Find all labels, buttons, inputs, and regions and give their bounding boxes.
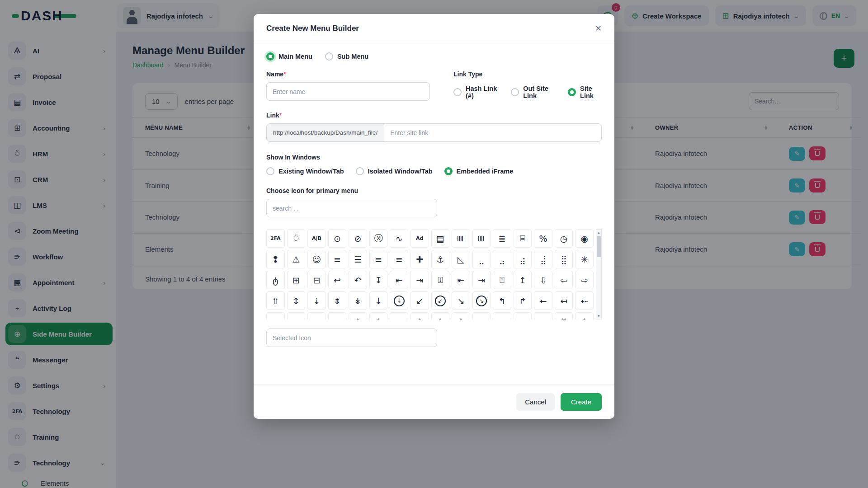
icon-option[interactable]: ტ: [266, 271, 285, 289]
icon-option[interactable]: ↘: [452, 291, 470, 310]
icon-option[interactable]: A|B: [307, 229, 326, 248]
icon-option[interactable]: ⇑: [452, 312, 470, 319]
radio-main-menu[interactable]: Main Menu: [266, 52, 312, 61]
icon-option[interactable]: ↤: [555, 291, 573, 310]
icon-option[interactable]: ↓: [390, 291, 408, 310]
name-input[interactable]: [266, 82, 430, 101]
icon-search-input[interactable]: [266, 199, 437, 217]
icon-option[interactable]: ↬: [328, 312, 347, 319]
icon-option[interactable]: ↙: [431, 291, 450, 310]
radio-embedded-iframe[interactable]: Embedded iFrame: [444, 167, 514, 175]
icon-option[interactable]: ✚: [410, 250, 429, 268]
icon-option[interactable]: ⇣: [307, 291, 326, 310]
icon-option[interactable]: ↣: [287, 312, 306, 319]
close-icon[interactable]: ✕: [595, 23, 602, 33]
icon-option[interactable]: ⌸: [514, 229, 532, 248]
icon-option[interactable]: ⇤: [452, 271, 470, 289]
icon-option[interactable]: ☺: [307, 250, 326, 268]
icon-option[interactable]: ↓: [369, 291, 388, 310]
icon-option[interactable]: ↶: [349, 271, 367, 289]
icon-option[interactable]: ⇦: [555, 271, 573, 289]
icon-option[interactable]: ◺: [452, 250, 470, 268]
icon-option[interactable]: ≡: [390, 250, 408, 268]
icon-option[interactable]: ⊟: [307, 271, 326, 289]
icon-option[interactable]: %: [534, 229, 552, 248]
icon-option[interactable]: ↖: [472, 312, 491, 319]
icon-option[interactable]: ↟: [369, 312, 388, 319]
icon-option[interactable]: ❢: [266, 250, 285, 268]
icon-option[interactable]: ✳: [575, 250, 594, 268]
icon-option[interactable]: ⇥: [410, 271, 429, 289]
icon-option[interactable]: ☰: [349, 250, 367, 268]
icon-option[interactable]: ⇥: [472, 271, 491, 289]
icon-option[interactable]: ≣: [493, 229, 511, 248]
icon-option[interactable]: ≡: [328, 250, 347, 268]
choose-icon-label: Choose icon for primary menu: [266, 187, 602, 194]
icon-option[interactable]: ↙: [410, 291, 429, 310]
radio-site-link[interactable]: Site Link: [568, 85, 602, 99]
icon-grid-scrollbar[interactable]: ▲ ▼: [596, 229, 602, 319]
icon-option[interactable]: ↥: [514, 271, 532, 289]
icon-option[interactable]: ↧: [369, 271, 388, 289]
icon-option[interactable]: ∿: [390, 229, 408, 248]
selected-icon-input[interactable]: [266, 328, 437, 347]
icon-option[interactable]: ⍥: [287, 229, 306, 248]
site-link-input[interactable]: [384, 124, 601, 141]
icon-option[interactable]: ⚠: [287, 250, 306, 268]
icon-option[interactable]: ⇠: [575, 291, 594, 310]
icon-option[interactable]: ⣀: [472, 250, 491, 268]
icon-option[interactable]: ↫: [307, 312, 326, 319]
radio-isolated-window[interactable]: Isolated Window/Tab: [356, 167, 433, 175]
icon-option[interactable]: ◉: [575, 229, 594, 248]
icon-option[interactable]: ⇩: [534, 271, 552, 289]
icon-option[interactable]: ⣴: [514, 250, 532, 268]
icon-option[interactable]: ⍗: [431, 271, 450, 289]
radio-sub-menu[interactable]: Sub Menu: [325, 52, 368, 61]
icon-option[interactable]: ⇟: [328, 291, 347, 310]
icon-option[interactable]: ⇡: [431, 312, 450, 319]
icon-option[interactable]: ↕: [287, 291, 306, 310]
icon-option[interactable]: ≣: [452, 229, 470, 248]
icon-option[interactable]: ⍐: [493, 271, 511, 289]
icon-option[interactable]: ←: [534, 291, 552, 310]
icon-option[interactable]: ↗: [514, 312, 532, 319]
icon-option[interactable]: ⇨: [575, 271, 594, 289]
icon-option[interactable]: ↑: [410, 312, 429, 319]
icon-option[interactable]: ⇞: [349, 312, 367, 319]
icon-option[interactable]: ⚓: [431, 250, 450, 268]
icon-option[interactable]: ⊞: [287, 271, 306, 289]
icon-option[interactable]: ⣿: [555, 250, 573, 268]
icon-option[interactable]: ≡: [369, 250, 388, 268]
icon-option[interactable]: ↢: [266, 312, 285, 319]
icon-option[interactable]: ↡: [349, 291, 367, 310]
icon-option[interactable]: ⇤: [390, 271, 408, 289]
icon-option[interactable]: ⇖: [493, 312, 511, 319]
scroll-up-icon[interactable]: ▲: [596, 230, 601, 235]
scrollbar-thumb[interactable]: [597, 236, 601, 257]
icon-option[interactable]: ⓧ: [369, 229, 388, 248]
icon-option[interactable]: ◷: [555, 229, 573, 248]
icon-option[interactable]: ≣: [472, 229, 491, 248]
icon-option[interactable]: ⣼: [534, 250, 552, 268]
icon-option[interactable]: ⣠: [493, 250, 511, 268]
icon-option[interactable]: ⇗: [534, 312, 552, 319]
icon-option[interactable]: ↱: [514, 291, 532, 310]
icon-option[interactable]: ↘: [472, 291, 491, 310]
icon-option[interactable]: ⊘: [349, 229, 367, 248]
icon-option[interactable]: Ad: [410, 229, 429, 248]
radio-existing-window[interactable]: Existing Window/Tab: [266, 167, 344, 175]
icon-option[interactable]: ↠: [390, 312, 408, 319]
scroll-down-icon[interactable]: ▼: [596, 313, 601, 319]
icon-option[interactable]: ↩: [328, 271, 347, 289]
create-button[interactable]: Create: [561, 393, 602, 411]
icon-option[interactable]: ↰: [493, 291, 511, 310]
radio-hash-link[interactable]: Hash Link (#): [453, 85, 499, 99]
icon-option[interactable]: ⊙: [328, 229, 347, 248]
icon-option[interactable]: 2FA: [266, 229, 285, 248]
cancel-button[interactable]: Cancel: [516, 393, 555, 411]
icon-option[interactable]: ↟: [575, 312, 594, 319]
radio-out-site-link[interactable]: Out Site Link: [511, 85, 556, 99]
icon-option[interactable]: ▤: [431, 229, 450, 248]
icon-option[interactable]: ⇧: [266, 291, 285, 310]
icon-option[interactable]: ⇈: [555, 312, 573, 319]
